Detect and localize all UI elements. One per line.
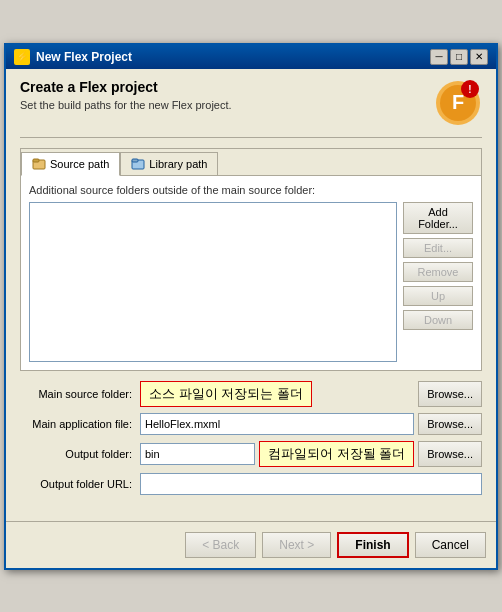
- title-bar-left: ⚡ New Flex Project: [14, 49, 132, 65]
- main-source-label: Main source folder:: [20, 388, 140, 400]
- output-folder-input[interactable]: [140, 443, 255, 465]
- minimize-button[interactable]: ─: [430, 49, 448, 65]
- tab-source-path[interactable]: Source path: [21, 152, 120, 176]
- output-folder-input-group: 컴파일되어 저장될 폴더 Browse...: [140, 441, 482, 467]
- output-url-label: Output folder URL:: [20, 478, 140, 490]
- folder-list[interactable]: [29, 202, 397, 362]
- main-window: ⚡ New Flex Project ─ □ ✕ Create a Flex p…: [4, 43, 498, 570]
- window-icon: ⚡: [14, 49, 30, 65]
- svg-text:!: !: [468, 84, 471, 95]
- folder-side-buttons: Add Folder... Edit... Remove Up Down: [403, 202, 473, 362]
- main-app-input[interactable]: [140, 413, 414, 435]
- source-path-tab-icon: [32, 157, 46, 171]
- header-section: Create a Flex project Set the build path…: [20, 79, 482, 127]
- form-section: Main source folder: 소스 파일이 저장되는 폴더 Brows…: [20, 381, 482, 495]
- button-bar: < Back Next > Finish Cancel: [6, 521, 496, 568]
- next-button[interactable]: Next >: [262, 532, 331, 558]
- add-folder-button[interactable]: Add Folder...: [403, 202, 473, 234]
- remove-button[interactable]: Remove: [403, 262, 473, 282]
- output-folder-tooltip: 컴파일되어 저장될 폴더: [259, 441, 414, 467]
- svg-rect-8: [132, 159, 138, 162]
- tab-library-path[interactable]: Library path: [120, 152, 218, 175]
- svg-rect-6: [33, 159, 39, 162]
- dialog-title: Create a Flex project: [20, 79, 232, 95]
- tabs-panel: Source path Library path Additional sour…: [20, 148, 482, 371]
- header-icon: F !: [434, 79, 482, 127]
- tab-description: Additional source folders outside of the…: [29, 184, 473, 196]
- library-path-tab-label: Library path: [149, 158, 207, 170]
- edit-button[interactable]: Edit...: [403, 238, 473, 258]
- maximize-button[interactable]: □: [450, 49, 468, 65]
- cancel-button[interactable]: Cancel: [415, 532, 486, 558]
- main-app-input-group: Browse...: [140, 413, 482, 435]
- library-path-tab-icon: [131, 157, 145, 171]
- window-title: New Flex Project: [36, 50, 132, 64]
- dialog-content: Create a Flex project Set the build path…: [6, 69, 496, 511]
- output-folder-browse-button[interactable]: Browse...: [418, 441, 482, 467]
- source-path-tab-label: Source path: [50, 158, 109, 170]
- title-bar-buttons: ─ □ ✕: [430, 49, 488, 65]
- back-button[interactable]: < Back: [185, 532, 256, 558]
- output-url-row: Output folder URL:: [20, 473, 482, 495]
- up-button[interactable]: Up: [403, 286, 473, 306]
- title-bar: ⚡ New Flex Project ─ □ ✕: [6, 45, 496, 69]
- output-url-input[interactable]: [140, 473, 482, 495]
- tab-content-source: Additional source folders outside of the…: [21, 176, 481, 370]
- main-source-row: Main source folder: 소스 파일이 저장되는 폴더 Brows…: [20, 381, 482, 407]
- header-divider: [20, 137, 482, 138]
- flex-project-icon: F !: [434, 79, 482, 127]
- header-text: Create a Flex project Set the build path…: [20, 79, 232, 111]
- main-app-row: Main application file: Browse...: [20, 413, 482, 435]
- dialog-subtitle: Set the build paths for the new Flex pro…: [20, 99, 232, 111]
- output-folder-row: Output folder: 컴파일되어 저장될 폴더 Browse...: [20, 441, 482, 467]
- output-url-input-group: [140, 473, 482, 495]
- finish-button[interactable]: Finish: [337, 532, 408, 558]
- down-button[interactable]: Down: [403, 310, 473, 330]
- main-source-tooltip: 소스 파일이 저장되는 폴더: [140, 381, 312, 407]
- main-source-input-group: 소스 파일이 저장되는 폴더 Browse...: [140, 381, 482, 407]
- main-app-browse-button[interactable]: Browse...: [418, 413, 482, 435]
- svg-text:F: F: [452, 91, 464, 113]
- tabs-header: Source path Library path: [21, 149, 481, 176]
- main-app-label: Main application file:: [20, 418, 140, 430]
- output-folder-label: Output folder:: [20, 448, 140, 460]
- folder-area: Add Folder... Edit... Remove Up Down: [29, 202, 473, 362]
- main-source-browse-button[interactable]: Browse...: [418, 381, 482, 407]
- close-button[interactable]: ✕: [470, 49, 488, 65]
